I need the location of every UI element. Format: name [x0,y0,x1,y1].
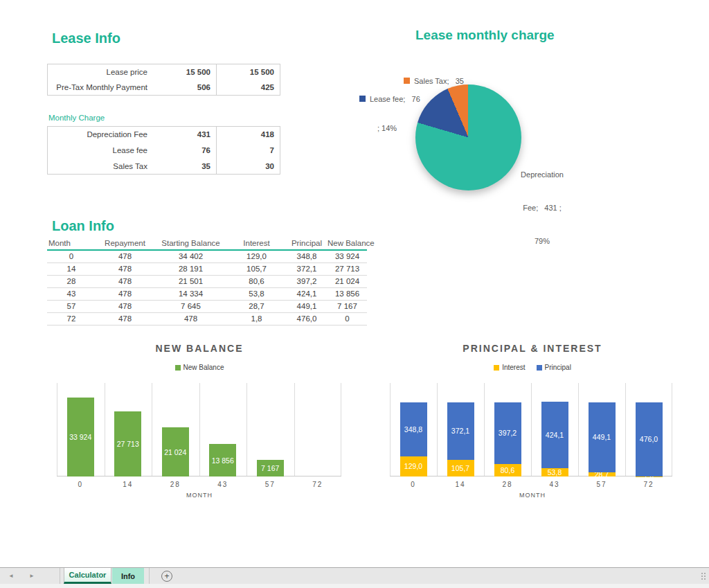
table-row: 4347814 33453,8424,113 856 [47,287,367,300]
table-cell: 0 [47,250,96,262]
principal-interest-plot-area: 129,0348,80105,7372,11480,6397,22853,842… [390,383,672,476]
bar-value-label: 449,1 [593,433,611,441]
x-tick-label: 72 [643,481,654,488]
depreciation-label-line1: Depreciation [510,169,574,180]
row-value-1: 76 [147,146,216,154]
add-sheet-button[interactable]: + [161,571,172,582]
column-header: New Balance [327,238,367,250]
lease-info-table: Lease price15 50015 500Pre-Tax Monthly P… [47,64,280,96]
table-row: Depreciation Fee431418 [48,127,280,143]
row-value-1: 15 500 [147,68,216,76]
principal-interest-chart: PRINCIPAL & INTEREST InterestPrincipal 1… [376,339,689,506]
gridline [294,383,295,476]
loan-table-header-row: MonthRepaymentStarting BalanceInterestPr… [47,238,367,250]
table-cell: 478 [96,287,154,300]
table-cell: 28 [47,275,96,287]
table-cell: 7 167 [327,300,367,312]
bar-value-label: 13 856 [212,456,234,465]
x-tick-label: 0 [78,481,83,488]
depreciation-label-line2: Fee; 431 ; [510,202,574,213]
sheet-nav-right-icon[interactable]: ► [29,573,35,579]
x-tick-label: 14 [455,481,465,488]
gridline [484,383,485,476]
table-cell: 33 924 [327,250,367,262]
table-cell: 478 [96,275,154,287]
x-axis-line [57,476,341,476]
new-balance-plot-area: 33 924027 7131421 0242813 856437 1675772 [57,383,341,476]
table-cell: 424,1 [286,287,327,300]
x-tick-label: 43 [549,481,559,488]
row-value-2: 15 500 [216,64,280,80]
monthly-charge-table: Depreciation Fee431418Lease fee767Sales … [47,126,280,175]
table-row: 574787 64528,7449,17 167 [47,300,367,312]
table-cell: 449,1 [286,300,327,312]
row-label: Depreciation Fee [48,130,147,139]
new-balance-chart: NEW BALANCE New Balance 33 924027 713142… [43,339,356,506]
tabbar-resize-grip-icon[interactable] [701,573,706,580]
monthly-charge-label: Monthly Charge [48,114,105,122]
new-balance-x-axis-title: MONTH [43,492,356,499]
sheet-nav-left-icon[interactable]: ◄ [8,573,14,579]
sheet-tab-bar: ◄ ► Calculator Info + [0,567,709,584]
gridline [341,383,341,476]
table-cell: 129,0 [227,250,286,262]
table-cell: 43 [47,287,96,300]
bar-value-label: 80,6 [501,466,514,474]
bar-value-label: 129,0 [404,462,422,470]
sales-tax-label-line1: Sales Tax; 35 [414,77,464,85]
lease-fee-label-line1: Lease fee; 76 [370,95,420,103]
pie-label-depreciation: Depreciation Fee; 431 ; 79% [510,147,574,269]
table-cell: 478 [96,312,154,325]
bar-value-label: 424,1 [546,431,564,439]
lease-fee-legend-key-icon [359,96,366,102]
gridline [199,383,200,476]
lease-info-title: Lease Info [52,30,120,46]
row-label: Lease price [48,68,147,76]
sheet-tab-calculator[interactable]: Calculator [64,568,111,584]
gridline [531,383,532,476]
principal-interest-chart-title: PRINCIPAL & INTEREST [376,343,689,354]
sheet-tab-info[interactable]: Info [112,568,144,584]
bar-value-label: 372,1 [451,427,469,435]
pie-chart-title: Lease monthly charge [415,28,555,43]
x-tick-label: 28 [170,481,181,488]
bar-value-label: 397,2 [499,429,517,437]
table-cell: 372,1 [286,262,327,275]
gridline [672,383,672,476]
table-cell: 14 334 [154,287,227,300]
table-row: 2847821 50180,6397,221 024 [47,275,367,287]
bar-value-label: 105,7 [451,464,469,472]
table-cell: 13 856 [327,287,367,300]
column-header: Month [47,238,96,250]
legend-item: Principal [537,364,571,371]
column-header: Repayment [96,238,154,250]
table-cell: 7 645 [154,300,227,312]
gridline [152,383,152,476]
table-row: Sales Tax3530 [48,158,280,174]
row-label: Pre-Tax Monthly Payment [48,83,147,91]
tabbar-separator [60,568,60,584]
table-cell: 21 501 [154,275,227,287]
loan-info-table: MonthRepaymentStarting BalanceInterestPr… [47,238,367,326]
bar-value-label: 27 713 [117,440,139,448]
table-cell: 80,6 [227,275,286,287]
table-row: Pre-Tax Monthly Payment506425 [48,80,280,95]
legend-label: Principal [545,364,571,371]
legend-key-icon [537,365,542,371]
lease-fee-label-line2: ; 14% [359,123,420,133]
table-cell: 478 [96,262,154,275]
x-tick-label: 72 [312,481,323,488]
table-cell: 0 [327,312,367,325]
table-cell: 478 [154,312,227,325]
new-balance-chart-title: NEW BALANCE [43,343,356,354]
gridline [105,383,105,476]
x-tick-label: 57 [596,481,607,488]
table-cell: 53,8 [227,287,286,300]
table-row: 047834 402129,0348,833 924 [47,250,367,262]
bar-value-label: 7 167 [261,464,279,472]
table-cell: 28,7 [227,300,286,312]
legend-item: New Balance [175,364,224,371]
gridline [390,383,391,476]
table-cell: 57 [47,300,96,312]
table-cell: 34 402 [154,250,227,262]
